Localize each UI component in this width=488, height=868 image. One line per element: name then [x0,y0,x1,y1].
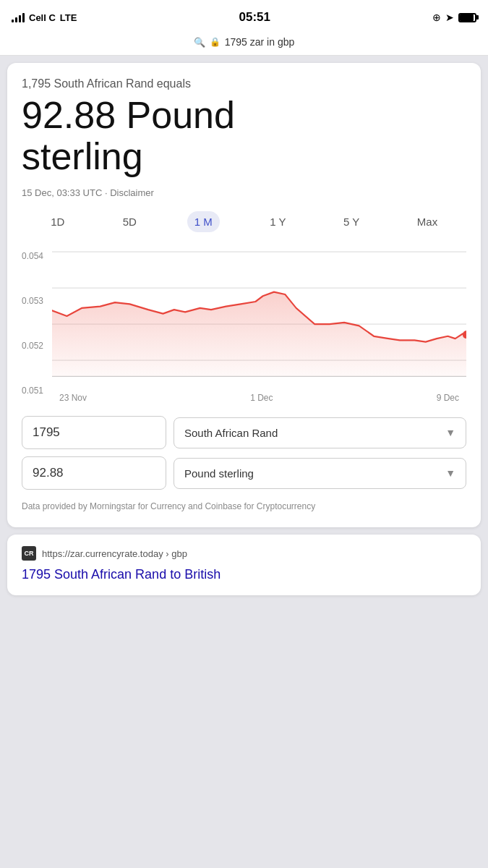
x-label-2: 9 Dec [437,393,459,403]
favicon-icon: CR [22,546,36,561]
x-label-0: 23 Nov [59,393,87,403]
disclaimer-link[interactable]: Disclaimer [110,187,154,198]
search-query: 1795 zar in gbp [225,36,295,48]
search-bar[interactable]: 🔍 🔒 1795 zar in gbp [0,32,488,56]
tab-1m[interactable]: 1 M [187,211,220,232]
tab-5y[interactable]: 5 Y [336,211,367,232]
network-type-label: LTE [60,12,77,23]
to-amount-input[interactable] [22,456,166,490]
chart-x-axis: 23 Nov 1 Dec 9 Dec [52,393,466,403]
to-currency-dropdown-icon: ▼ [445,467,455,479]
link-source: CR https://zar.currencyrate.today › gbp [22,546,466,561]
from-currency-label: South African Rand [184,427,278,439]
signal-icon [12,12,25,22]
timestamp: 15 Dec, 03:33 UTC · Disclaimer [22,187,466,198]
link-card[interactable]: CR https://zar.currencyrate.today › gbp … [7,535,481,595]
link-title[interactable]: 1795 South African Rand to British [22,566,466,583]
from-row: South African Rand ▼ [22,416,466,449]
search-icon: 🔍 [194,37,205,48]
battery-icon [458,13,476,22]
chart-svg-wrapper [52,244,466,388]
conversion-result: 92.88 Pound sterling [22,95,466,177]
chart-svg [52,244,466,388]
y-label-2: 0.052 [22,341,43,351]
y-label-0: 0.054 [22,251,43,261]
tab-1y[interactable]: 1 Y [262,211,293,232]
from-currency-select[interactable]: South African Rand ▼ [174,417,466,448]
y-label-3: 0.051 [22,386,43,396]
conversion-card: 1,795 South African Rand equals 92.88 Po… [7,63,481,527]
location-icon: ⊕ [432,12,441,23]
y-label-1: 0.053 [22,296,43,306]
from-amount-input[interactable] [22,416,166,449]
status-left: Cell C LTE [12,12,77,23]
to-currency-label: Pound sterling [184,467,254,480]
tab-5d[interactable]: 5D [115,211,144,232]
to-currency-select[interactable]: Pound sterling ▼ [174,458,466,489]
lock-icon: 🔒 [210,37,221,47]
chart-container: 0.054 0.053 0.052 0.051 [22,244,466,403]
status-bar: Cell C LTE 05:51 ⊕ ➤ [0,0,488,32]
data-source: Data provided by Morningstar for Currenc… [22,500,466,513]
time-tabs: 1D 5D 1 M 1 Y 5 Y Max [22,211,466,232]
x-label-1: 1 Dec [250,393,273,403]
link-url: https://zar.currencyrate.today › gbp [42,548,187,559]
gps-icon: ➤ [445,12,454,23]
carrier-label: Cell C [29,12,56,23]
time-label: 05:51 [239,10,270,25]
converter-section: South African Rand ▼ Pound sterling ▼ [22,416,466,490]
to-row: Pound sterling ▼ [22,456,466,490]
conversion-subtitle: 1,795 South African Rand equals [22,77,466,90]
status-right: ⊕ ➤ [432,12,476,23]
chart-y-axis: 0.054 0.053 0.052 0.051 [22,244,43,403]
from-currency-dropdown-icon: ▼ [445,427,455,438]
tab-max[interactable]: Max [410,211,445,232]
tab-1d[interactable]: 1D [43,211,72,232]
